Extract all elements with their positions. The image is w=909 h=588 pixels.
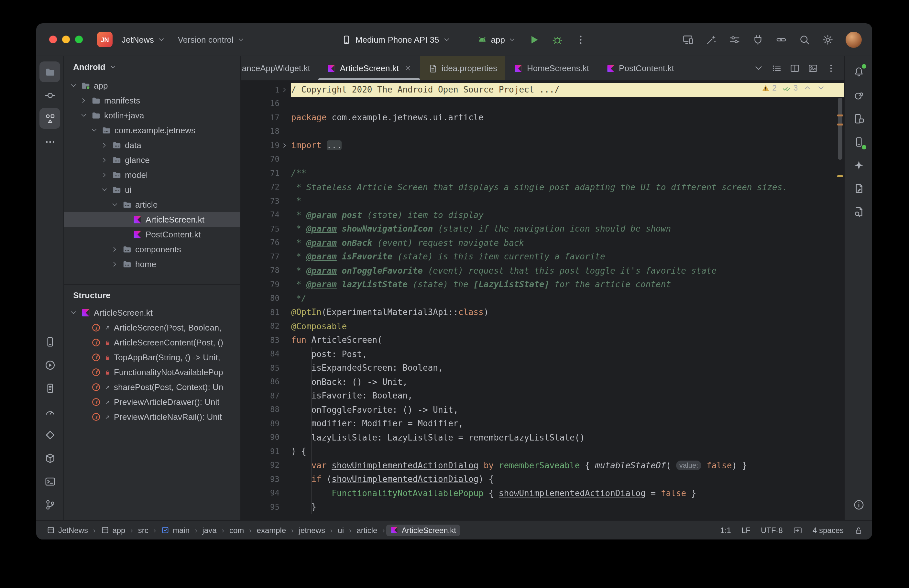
code-line-71[interactable]: /**: [291, 166, 844, 180]
device-mirroring-button[interactable]: [679, 31, 697, 48]
breadcrumb-app[interactable]: app: [97, 524, 129, 536]
tree-item-com-example-jetnews[interactable]: com.example.jetnews: [64, 123, 240, 138]
code-line-16[interactable]: [291, 97, 844, 111]
project-view-selector[interactable]: Android: [64, 56, 240, 77]
error-stripe-mark[interactable]: [837, 124, 843, 126]
code-line-77[interactable]: * @param isFavorite (state) is this item…: [291, 250, 844, 263]
device-selector[interactable]: Medium Phone API 35: [338, 32, 454, 47]
debug-button[interactable]: [548, 31, 567, 48]
code-line-18[interactable]: [291, 124, 844, 139]
line-separator-widget[interactable]: LF: [741, 526, 751, 535]
sdk-tools-button[interactable]: [726, 31, 744, 48]
code-line-74[interactable]: * @param post (state) item to display: [291, 208, 844, 222]
encoding-widget[interactable]: UTF-8: [761, 526, 783, 535]
gemini-button[interactable]: [848, 155, 869, 175]
maximize-window-button[interactable]: [75, 36, 83, 44]
preview-button[interactable]: [804, 60, 821, 77]
editor[interactable]: 1161718197071727374757677787980818283848…: [241, 81, 844, 520]
app-quality-insights-button[interactable]: [39, 424, 60, 445]
structure-item-articlescreencontent-post[interactable]: fArticleScreenContent(Post, (): [64, 335, 240, 350]
profiler-button[interactable]: [39, 401, 60, 422]
chevron-right-icon[interactable]: [100, 157, 109, 164]
tree-item-data[interactable]: data: [64, 138, 240, 153]
run-configuration-selector[interactable]: app: [473, 32, 520, 47]
chevron-down-icon[interactable]: [69, 309, 77, 316]
code-line-93[interactable]: if (showUnimplementedActionDialog) {: [291, 472, 844, 486]
breadcrumb-jetnews[interactable]: jetnews: [295, 524, 329, 536]
editor-tab-articlescreen-kt[interactable]: ArticleScreen.kt: [319, 56, 420, 80]
breadcrumb-example[interactable]: example: [253, 524, 290, 536]
code-line-85[interactable]: isExpandedScreen: Boolean,: [291, 361, 844, 375]
tree-item-home[interactable]: home: [64, 257, 240, 272]
code-line-95[interactable]: }: [291, 500, 844, 514]
close-window-button[interactable]: [49, 36, 57, 44]
vcs-widget[interactable]: Version control: [174, 32, 249, 47]
breadcrumb-articlescreen-kt[interactable]: ArticleScreen.kt: [386, 524, 460, 536]
more-run-actions-button[interactable]: [572, 31, 590, 48]
structure-item-sharepost-post-context-un[interactable]: fsharePost(Post, Context): Un: [64, 380, 240, 394]
chevron-right-icon[interactable]: [100, 171, 109, 179]
assistant-button[interactable]: [848, 178, 869, 199]
breadcrumb-com[interactable]: com: [226, 524, 248, 536]
editor-scrollbar-thumb[interactable]: [838, 98, 842, 160]
tree-item-glance[interactable]: glance: [64, 153, 240, 168]
tree-item-components[interactable]: components: [64, 242, 240, 257]
chevron-down-icon[interactable]: [90, 127, 98, 134]
problems-info-button[interactable]: [848, 494, 869, 515]
tree-item-model[interactable]: model: [64, 168, 240, 183]
hidden-tabs-button[interactable]: [750, 60, 767, 77]
code-line-75[interactable]: * @param showNavigationIcon (state) if t…: [291, 222, 844, 236]
run-button[interactable]: [525, 31, 543, 48]
code-line-92[interactable]: var showUnimplementedActionDialog by rem…: [291, 458, 844, 472]
editor-options-button[interactable]: [822, 60, 839, 77]
commit-tool-button[interactable]: [39, 85, 60, 105]
structure-item-previewarticledrawer-unit[interactable]: fPreviewArticleDrawer(): Unit: [64, 394, 240, 409]
split-editor-button[interactable]: [786, 60, 803, 77]
tree-item-manifests[interactable]: manifests: [64, 93, 240, 108]
previous-problem-button[interactable]: [804, 84, 811, 92]
indent-status-icon[interactable]: [793, 526, 802, 535]
code-line-94[interactable]: FunctionalityNotAvailablePopup { showUni…: [291, 486, 844, 500]
code-line-79[interactable]: * @param lazyListState (state) the [Lazy…: [291, 278, 844, 291]
code-line-88[interactable]: onToggleFavorite: () -> Unit,: [291, 403, 844, 417]
tree-item-kotlin-java[interactable]: kotlin+java: [64, 108, 240, 123]
device-explorer-button[interactable]: [848, 108, 869, 129]
code-line-80[interactable]: */: [291, 291, 844, 305]
editor-tab-postcontent-kt[interactable]: PostContent.kt: [597, 56, 683, 80]
tree-item-articlescreen-kt[interactable]: ArticleScreen.kt: [64, 212, 240, 227]
tree-item-ui[interactable]: ui: [64, 183, 240, 197]
chevron-right-icon[interactable]: [100, 142, 109, 149]
chevron-right-icon[interactable]: [111, 261, 119, 268]
structure-item-articlescreen-post-boolean[interactable]: fArticleScreen(Post, Boolean,: [64, 320, 240, 335]
breadcrumb-ui[interactable]: ui: [334, 524, 348, 536]
error-stripe-mark[interactable]: [837, 115, 843, 116]
chevron-down-icon[interactable]: [111, 201, 119, 208]
code-line-89[interactable]: modifier: Modifier = Modifier,: [291, 417, 844, 430]
chevron-right-icon[interactable]: [79, 97, 88, 104]
code-line-70[interactable]: [291, 152, 844, 166]
error-stripe-mark[interactable]: [837, 175, 843, 177]
editor-list-button[interactable]: [768, 60, 785, 77]
code-line-78[interactable]: * @param onToggleFavorite (event) reques…: [291, 263, 844, 278]
ai-assistant-button[interactable]: [702, 31, 721, 48]
code-line-76[interactable]: * @param onBack (event) request navigate…: [291, 236, 844, 250]
passed-counter[interactable]: 3: [783, 84, 798, 92]
running-devices-mirror-button[interactable]: [848, 131, 869, 152]
code-line-86[interactable]: onBack: () -> Unit,: [291, 375, 844, 389]
search-everywhere-button[interactable]: [796, 31, 814, 48]
notifications-button[interactable]: [848, 61, 869, 82]
code-line-90[interactable]: lazyListState: LazyListState = rememberL…: [291, 430, 844, 444]
share-profile-button[interactable]: [772, 31, 791, 48]
find-tool-button[interactable]: [848, 201, 869, 222]
code-line-84[interactable]: post: Post,: [291, 347, 844, 361]
structure-item-articlescreen-kt[interactable]: ArticleScreen.kt: [64, 305, 240, 320]
next-problem-button[interactable]: [817, 84, 825, 92]
editor-tab-idea-properties[interactable]: idea.properties: [420, 56, 505, 80]
editor-tab-homescreens-kt[interactable]: HomeScreens.kt: [505, 56, 597, 80]
project-tool-button[interactable]: [39, 61, 60, 82]
code-line-81[interactable]: @OptIn(ExperimentalMaterial3Api::class): [291, 305, 844, 319]
code-line-91[interactable]: ) {: [291, 444, 844, 458]
code-line-83[interactable]: fun ArticleScreen(: [291, 333, 844, 347]
app-inspection-button[interactable]: [39, 447, 60, 468]
code-line-17[interactable]: package com.example.jetnews.ui.article: [291, 111, 844, 124]
